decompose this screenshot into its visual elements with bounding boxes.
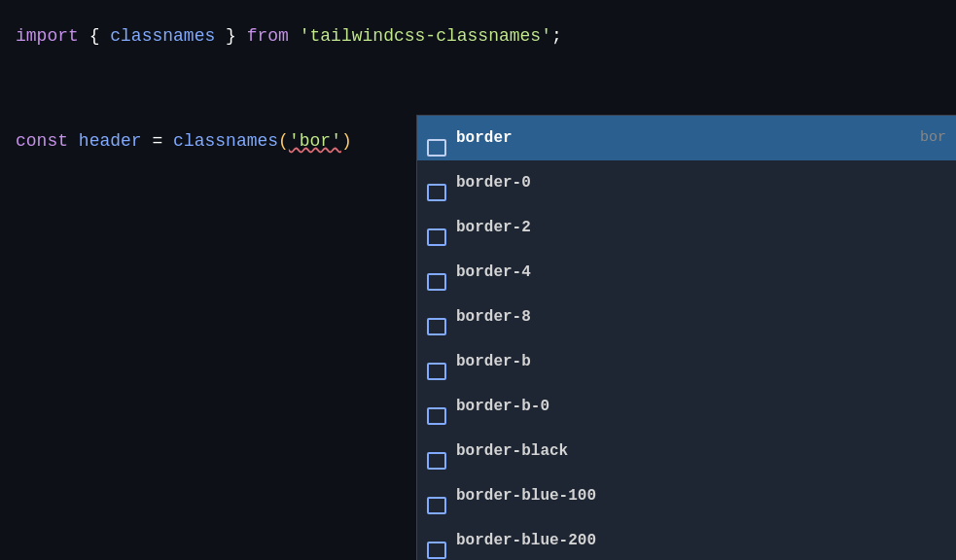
token-semicolon1: ; (551, 10, 562, 62)
autocomplete-item-hint: bor (920, 121, 950, 156)
autocomplete-item-label: border-0 (456, 165, 950, 200)
autocomplete-item[interactable]: border-black (417, 429, 956, 473)
token-space1 (79, 10, 89, 62)
token-space6 (162, 115, 173, 167)
autocomplete-type-icon (427, 309, 448, 325)
autocomplete-item-label: border-4 (456, 255, 950, 290)
token-space4 (68, 115, 79, 167)
autocomplete-item-label: border-b (456, 344, 950, 379)
token-arg-string: 'bor' (289, 115, 341, 167)
autocomplete-item[interactable]: border-8 (417, 295, 956, 339)
autocomplete-item[interactable]: border-0 (417, 160, 956, 205)
token-brace-open: { (89, 10, 111, 62)
autocomplete-item-label: border-black (456, 434, 950, 469)
autocomplete-type-icon (427, 399, 448, 414)
token-brace-close: } (215, 10, 236, 62)
autocomplete-type-icon (427, 130, 448, 146)
token-from: from (247, 10, 289, 62)
code-line-blank (16, 62, 940, 115)
token-import: import (16, 10, 79, 62)
autocomplete-item[interactable]: border-4 (417, 250, 956, 295)
autocomplete-item-label: border-8 (456, 299, 950, 334)
autocomplete-type-icon (427, 264, 448, 280)
autocomplete-type-icon (427, 220, 448, 235)
token-equals: = (152, 115, 162, 167)
autocomplete-item[interactable]: border-b-0 (417, 384, 956, 429)
code-line-1: import { classnames } from 'tailwindcss-… (16, 10, 940, 62)
token-varname: header (79, 115, 142, 167)
token-space3 (289, 10, 300, 62)
autocomplete-item[interactable]: borderbor (417, 116, 956, 160)
autocomplete-type-icon (427, 354, 448, 369)
token-space5 (142, 115, 153, 167)
autocomplete-item[interactable]: border-blue-200 (417, 518, 956, 560)
token-const: const (16, 115, 68, 167)
editor: import { classnames } from 'tailwindcss-… (0, 0, 956, 560)
autocomplete-item[interactable]: border-blue-100 (417, 473, 956, 518)
autocomplete-item-label: border (456, 121, 920, 156)
autocomplete-item-label: border-b-0 (456, 389, 950, 424)
autocomplete-type-icon (427, 488, 448, 504)
token-classnames-call: classnames (173, 115, 278, 167)
token-space2 (236, 10, 247, 62)
token-paren-close: ) (341, 115, 352, 167)
token-paren-open: ( (278, 115, 289, 167)
autocomplete-item[interactable]: border-b (417, 339, 956, 384)
token-module-string: 'tailwindcss-classnames' (300, 10, 551, 62)
autocomplete-type-icon (427, 443, 448, 459)
autocomplete-item-label: border-blue-100 (456, 478, 950, 513)
autocomplete-type-icon (427, 533, 448, 548)
autocomplete-type-icon (427, 175, 448, 191)
autocomplete-item-label: border-blue-200 (456, 523, 950, 558)
autocomplete-dropdown: borderborborder-0border-2border-4border-… (416, 115, 956, 560)
autocomplete-item-label: border-2 (456, 210, 950, 245)
autocomplete-item[interactable]: border-2 (417, 205, 956, 250)
token-classnames-import: classnames (110, 10, 215, 62)
